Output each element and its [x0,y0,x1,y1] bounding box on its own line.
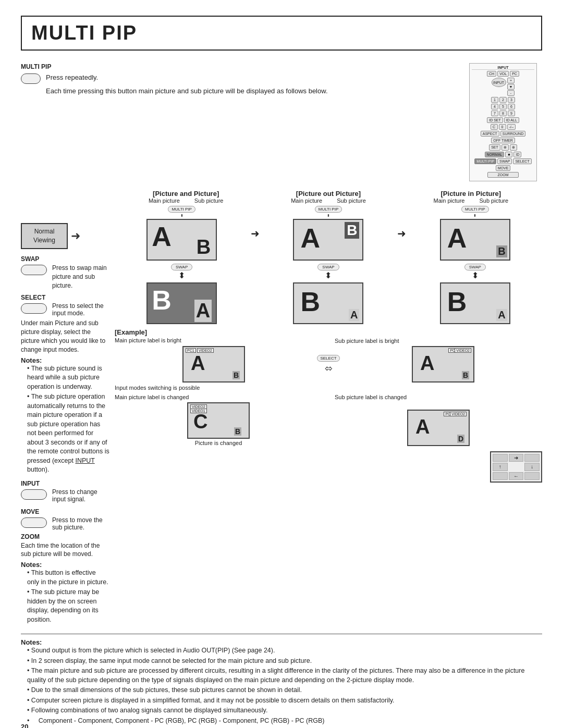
mz-cell-mc [509,463,524,471]
cell-r2-pop: B A [261,282,395,324]
multi-pip-button[interactable] [21,73,41,84]
select-cell-2: PC1 VIDEO2 A B [344,346,542,382]
col-header-pinp: [Picture in Picture] Main picture Sub pi… [400,190,542,204]
input-button[interactable] [21,489,47,500]
chg2-D: D [457,435,464,443]
select-label: SELECT [21,294,109,301]
swap-section: SWAP Press to swap mainpicture and sub p… [21,255,109,290]
changed-row: VIDEO2 VIDEO1 C B Picture is changed PC1… [115,402,542,446]
multi-pip-icon-3: MULTI PIP [461,206,489,213]
swap-cell-2: SWAP ⬍ [261,264,395,280]
arrow-r1-1: ➜ [249,227,261,240]
mz-cell-tc: ➜ [509,454,524,462]
input-button-row: Press to change input signal. [21,488,109,503]
remote-diagram: INPUT CH VOL PC INPUT + ▼ - 1 2 [469,63,542,181]
chg2-A: A [415,416,430,438]
example-row: [Example] Main picture label is bright S… [115,328,542,344]
pip-box-r1: A B [146,219,217,261]
chg1-C: C [193,411,207,433]
normal-viewing-spacer [21,190,109,221]
title-box: MULTI PIP [21,16,542,51]
swap-button[interactable] [21,265,47,275]
select-note-2: The sub picture operation automatically … [27,392,109,475]
changed-labels-row: Main picture label is changed Sub pictur… [115,394,542,400]
mz-cell-tr [524,454,540,462]
mz-cell-mr: ↓ [524,463,540,471]
swap-cell-1: SWAP ⬍ [115,264,249,280]
select-notes: Notes: The sub picture sound is heard wh… [21,356,109,475]
move-notes-title: Notes: [21,561,42,569]
pip-r2-A: A [194,300,212,322]
move-notes: Notes: This button is effective only in … [21,561,109,624]
page-number: 20 [21,723,28,728]
cell-r1-pinp: MULTI PIP ⬍ A B [408,206,542,261]
pop-r2-A: A [349,309,359,321]
pic-changed-label: Picture is changed [195,440,242,446]
move-button[interactable] [21,517,47,528]
top-left: MULTI PIP Press repeatedly. Each time pr… [21,63,459,181]
col-sub-pip: Main picture Sub picture [115,198,257,204]
pip-r1-B: B [197,236,211,258]
sel2-B: B [462,371,469,379]
diagram-grid: [Picture and Picture] Main picture Sub p… [115,190,542,625]
select-box-2: PC1 VIDEO2 A B [412,346,474,382]
ud-arrows-3: ⬍ [473,214,476,218]
bottom-note-2: In 2 screen display, the same input mode… [27,657,542,666]
sel1-A: A [191,352,205,375]
row1: MULTI PIP ⬍ A B ➜ MULTI PIP ⬍ A [115,206,542,261]
move-zoom-box-area: ➜ ↑ ↓ ← [115,451,542,483]
swap-arrow-2: ⬍ [325,270,332,280]
move-notes-list: This button is effective only in the pic… [21,569,109,624]
page-title: MULTI PIP [31,22,137,44]
bottom-note-4: Due to the small dimensions of the sub p… [27,686,542,695]
pip-box-r2: B A [146,282,217,324]
col-sub-pip-main: Main picture [149,198,180,204]
remote-mini-image: INPUT CH VOL PC INPUT + ▼ - 1 2 [469,63,537,181]
pop-r1-B: B [345,222,359,239]
swap-icon-1: SWAP [171,264,192,270]
select-button[interactable] [21,303,47,314]
pinp-box-r1: A B [440,219,510,261]
cell-r2-pinp: B A [408,282,542,324]
cell-r1-pop: MULTI PIP ⬍ A B [261,206,395,261]
pop-box-r1: A B [293,219,363,261]
swap-icon-2: SWAP [317,264,339,270]
bottom-note-7: Component - Component, Component - PC (R… [27,717,542,726]
arrow-r1-2: ➜ [396,227,408,240]
bottom-notes-title: Notes: [21,638,42,646]
bottom-note-6: Following combinations of two analog sig… [27,706,542,715]
move-label: MOVE [21,508,109,515]
swap-desc: Press to swap mainpicture and sub pictur… [52,264,109,290]
input-section-left: INPUT Press to change input signal. [21,480,109,503]
move-desc2: Each time the location of the sub pictur… [21,541,109,559]
mz-cell-tl [493,454,508,462]
ud-arrows-2: ⬍ [327,214,330,218]
normal-viewing-label: NormalViewing [33,227,55,245]
pop-r2-B: B [300,286,320,317]
mz-cell-br [524,472,540,480]
example-label: [Example] [115,328,147,336]
changed-box-1: VIDEO2 VIDEO1 C B [187,402,250,439]
main-bright-label: Main picture label is bright [115,337,322,343]
move-note-2: The sub picture may be hidden by the on … [27,588,109,624]
bottom-note-5: Computer screen picture is displayed in … [27,696,542,706]
move-zoom-diagram: ➜ ↑ ↓ ← [490,451,542,483]
multi-pip-label: MULTI PIP [21,63,459,70]
select-section-left: SELECT Press to select the input mode. U… [21,294,109,474]
zoom-label: ZOOM [21,533,109,540]
col-sub-pop-main: Main picture [291,198,322,204]
select-note-1: The sub picture sound is heard while a s… [27,364,109,392]
multi-pip-desc2: Each time pressing this button main pict… [46,86,459,96]
swap-icons-row: SWAP ⬍ SWAP ⬍ SWAP ⬍ [115,264,542,280]
col-sub-pip-sub: Sub picture [194,198,224,204]
top-section: MULTI PIP Press repeatedly. Each time pr… [21,63,542,181]
changed-cell-2: PC1 VIDEO2 A D [335,410,542,446]
main-diagram: NormalViewing ➜ SWAP Press to swap mainp… [21,190,542,625]
move-desc1: Press to move the sub picture. [52,516,109,531]
cell-r2-pip: B A [115,282,249,324]
bottom-note-1: Sound output is from the picture which i… [27,646,542,656]
ud-arrows-1: ⬍ [180,214,183,218]
normal-viewing-box: NormalViewing [21,223,68,249]
col-headers-row: [Picture and Picture] Main picture Sub p… [115,190,542,204]
pip-r1-A: A [152,221,172,252]
